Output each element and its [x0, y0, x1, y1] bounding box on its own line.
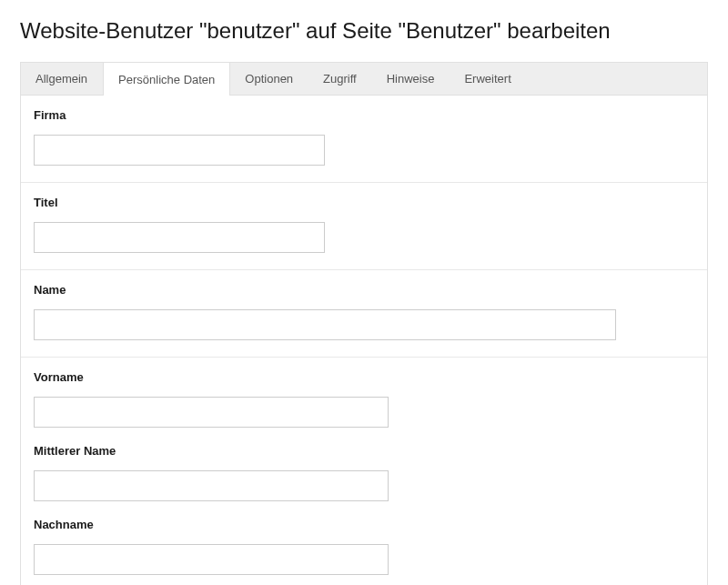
tab-hinweise[interactable]: Hinweise [372, 63, 450, 95]
field-group-firma: Firma [21, 96, 707, 183]
input-mittlerer-name[interactable] [34, 470, 389, 501]
page-title: Website-Benutzer "benutzer" auf Seite "B… [20, 18, 708, 44]
tab-zugriff[interactable]: Zugriff [308, 63, 372, 95]
field-group-name: Name [21, 270, 707, 358]
tab-erweitert[interactable]: Erweitert [450, 63, 526, 95]
input-name[interactable] [34, 309, 616, 340]
label-vorname: Vorname [34, 370, 694, 384]
label-name: Name [34, 283, 694, 297]
label-mittlerer-name: Mittlerer Name [34, 444, 694, 458]
input-nachname[interactable] [34, 544, 389, 575]
tab-bar: Allgemein Persönliche Daten Optionen Zug… [20, 62, 708, 95]
field-group-titel: Titel [21, 183, 707, 270]
label-nachname: Nachname [34, 518, 694, 531]
tab-persoenliche-daten[interactable]: Persönliche Daten [103, 62, 230, 96]
field-group-names: Vorname Mittlerer Name Nachname [21, 358, 707, 585]
label-firma: Firma [34, 108, 694, 122]
tab-optionen[interactable]: Optionen [230, 63, 308, 95]
input-titel[interactable] [34, 222, 325, 253]
input-vorname[interactable] [34, 397, 389, 428]
label-titel: Titel [34, 196, 694, 209]
tab-allgemein[interactable]: Allgemein [21, 63, 103, 95]
input-firma[interactable] [34, 135, 325, 166]
form-panel: Firma Titel Name Vorname Mittlerer Name … [20, 95, 708, 585]
